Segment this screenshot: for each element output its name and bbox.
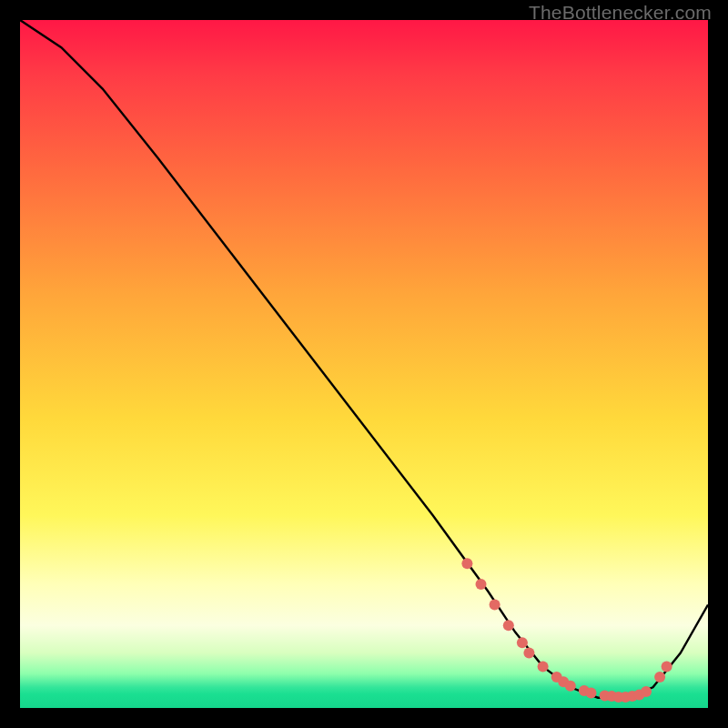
curve-line — [20, 20, 708, 698]
chart-frame: TheBottlenecker.com — [0, 0, 728, 728]
marker-dot — [490, 600, 500, 611]
marker-dot — [461, 558, 472, 569]
attribution-text: TheBottlenecker.com — [529, 2, 712, 24]
marker-dot — [523, 648, 534, 659]
marker-dot — [586, 687, 597, 698]
chart-overlay — [20, 20, 708, 708]
marker-dot — [503, 620, 514, 631]
marker-dot — [662, 662, 672, 672]
marker-dot — [476, 579, 487, 590]
marker-dot — [654, 672, 665, 682]
marker-dot — [565, 681, 576, 692]
marker-dot — [641, 686, 652, 697]
marker-dot — [538, 662, 549, 672]
marker-dot — [517, 637, 528, 648]
marker-group — [461, 558, 672, 703]
